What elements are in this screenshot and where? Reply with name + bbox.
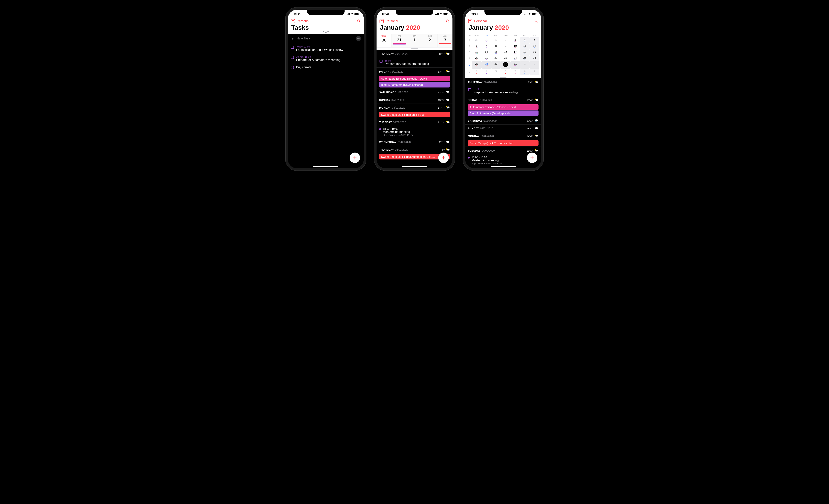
all-day-event[interactable]: Blog: Automators (David episode) — [379, 82, 450, 87]
task-checkbox[interactable] — [468, 88, 471, 91]
month-day-cell[interactable]: 27 — [472, 61, 481, 69]
month-header: TUE — [481, 35, 491, 37]
task-title: Prepare for Automators recording — [473, 91, 538, 94]
month-header: CW — [467, 35, 472, 37]
svg-line-8 — [360, 22, 360, 23]
month-day-cell[interactable]: 9 — [530, 69, 539, 75]
month-day-cell[interactable]: 5 — [491, 69, 501, 75]
add-button[interactable] — [350, 153, 360, 163]
month-day-cell[interactable]: 20 — [472, 55, 481, 61]
calendar-sets-icon[interactable] — [291, 19, 295, 23]
weekday-label: MON — [437, 35, 453, 37]
month-day-cell[interactable]: 1 — [491, 37, 501, 43]
home-indicator[interactable] — [313, 166, 338, 167]
month-day-cell[interactable]: 24 — [510, 55, 520, 61]
calendar-sets-icon[interactable] — [380, 19, 384, 23]
month-day-cell[interactable]: 26 — [530, 55, 539, 61]
month-day-cell[interactable]: 4 — [520, 37, 530, 43]
month-day-cell[interactable]: 7 — [510, 69, 520, 75]
month-day-cell[interactable]: 15 — [491, 49, 501, 55]
month-day-cell[interactable]: 14 — [481, 49, 491, 55]
month-day-cell[interactable]: 7 — [481, 43, 491, 49]
all-day-event[interactable]: Sweet Setup Quick Tips article due — [468, 141, 539, 146]
calendar-set-button[interactable]: Personal — [474, 19, 534, 23]
week-scroller[interactable]: THU30FRI31SAT1SUN2MON3 — [376, 34, 453, 47]
task-title: Prepare for Automators recording — [385, 62, 449, 66]
month-day-cell[interactable]: 11 — [520, 43, 530, 49]
pull-handle[interactable] — [376, 47, 453, 50]
all-day-event[interactable]: Automators Episode Release - David — [468, 104, 539, 110]
month-day-cell[interactable]: 8 — [520, 69, 530, 75]
month-grid[interactable]: CWMONTUEWEDTHUFRISATSUN13031123452678910… — [465, 34, 541, 76]
agenda-task[interactable]: 18:00Prepare for Automators recording — [376, 57, 453, 68]
month-day-cell[interactable]: 31 — [510, 61, 520, 69]
month-day-cell[interactable]: 2 — [530, 61, 539, 69]
all-day-event[interactable]: Automators Episode Release - David — [379, 76, 450, 81]
calendar-set-button[interactable]: Personal — [297, 19, 357, 23]
task-item[interactable]: 30 Jan, 18:00Prepare for Automators reco… — [288, 53, 364, 64]
month-day-cell[interactable]: 2 — [501, 37, 510, 43]
week-day-col[interactable]: SAT1 — [407, 34, 422, 47]
task-item[interactable]: Today, 21:00Fantastical for Apple Watch … — [288, 43, 364, 53]
task-item[interactable]: Buy carrots — [288, 64, 364, 71]
month-day-cell[interactable]: 8 — [491, 43, 501, 49]
month-day-cell[interactable]: 13 — [472, 49, 481, 55]
task-checkbox[interactable] — [291, 46, 294, 49]
month-day-cell[interactable]: 16 — [501, 49, 510, 55]
weekday-label: SUN — [422, 35, 437, 37]
week-day-col[interactable]: FRI31 — [392, 34, 407, 47]
calendar-week-number: 3 — [467, 51, 472, 53]
month-day-cell[interactable]: 18 — [520, 49, 530, 55]
month-day-cell[interactable]: 3 — [510, 37, 520, 43]
all-day-event[interactable]: Sweet Setup Quick Tips article due — [379, 112, 450, 117]
month-day-cell[interactable]: 10 — [510, 43, 520, 49]
calendar-sets-icon[interactable] — [468, 19, 472, 23]
month-day-cell[interactable]: 17 — [510, 49, 520, 55]
month-day-cell[interactable]: 3 — [472, 69, 481, 75]
month-title[interactable]: January 2020 — [469, 24, 509, 31]
task-checkbox[interactable] — [291, 56, 294, 59]
week-day-col[interactable]: THU30 — [376, 34, 392, 47]
event-location: https://zoom.us/j/916141184 — [383, 134, 450, 137]
week-day-col[interactable]: SUN2 — [422, 34, 437, 47]
month-day-cell[interactable]: 21 — [481, 55, 491, 61]
search-icon[interactable] — [357, 19, 361, 23]
add-button[interactable] — [527, 153, 537, 163]
more-button[interactable]: ••• — [356, 36, 361, 41]
month-day-cell[interactable]: 29 — [491, 61, 501, 69]
month-day-cell[interactable]: 30 — [501, 61, 510, 69]
month-day-cell[interactable]: 28 — [481, 61, 491, 69]
month-day-cell[interactable]: 1 — [520, 61, 530, 69]
month-day-cell[interactable]: 30 — [472, 37, 481, 43]
home-indicator[interactable] — [491, 166, 516, 167]
month-day-cell[interactable]: 6 — [501, 69, 510, 75]
agenda-event[interactable]: 18:00 - 19:00Mastermind meetinghttps://z… — [376, 126, 453, 138]
month-day-cell[interactable]: 4 — [481, 69, 491, 75]
search-icon[interactable] — [534, 19, 538, 23]
month-day-cell[interactable]: 23 — [501, 55, 510, 61]
agenda-task[interactable]: 18:00Prepare for Automators recording — [465, 86, 541, 96]
home-indicator[interactable] — [402, 166, 427, 167]
week-day-col[interactable]: MON3 — [437, 34, 453, 47]
month-day-cell[interactable]: 19 — [530, 49, 539, 55]
month-day-cell[interactable]: 22 — [491, 55, 501, 61]
add-button[interactable] — [438, 153, 449, 163]
month-title[interactable]: January 2020 — [380, 24, 420, 31]
month-header: WED — [491, 35, 501, 37]
month-day-cell[interactable]: 25 — [520, 55, 530, 61]
svg-line-19 — [448, 22, 449, 23]
month-day-cell[interactable]: 5 — [530, 37, 539, 43]
calendar-set-button[interactable]: Personal — [386, 19, 446, 23]
all-day-event[interactable]: Blog: Automators (David episode) — [468, 111, 539, 116]
month-day-cell[interactable]: 12 — [530, 43, 539, 49]
task-checkbox[interactable] — [380, 60, 383, 63]
task-checkbox[interactable] — [291, 66, 294, 69]
chevron-down-icon[interactable] — [323, 31, 329, 33]
month-day-cell[interactable]: 31 — [481, 37, 491, 43]
new-task-row[interactable]: ＋ New Task ••• — [288, 34, 364, 43]
search-icon[interactable] — [446, 19, 449, 23]
weekday-label: FRI — [392, 35, 407, 37]
month-day-cell[interactable]: 6 — [472, 43, 481, 49]
pull-handle[interactable] — [465, 76, 541, 78]
month-day-cell[interactable]: 9 — [501, 43, 510, 49]
